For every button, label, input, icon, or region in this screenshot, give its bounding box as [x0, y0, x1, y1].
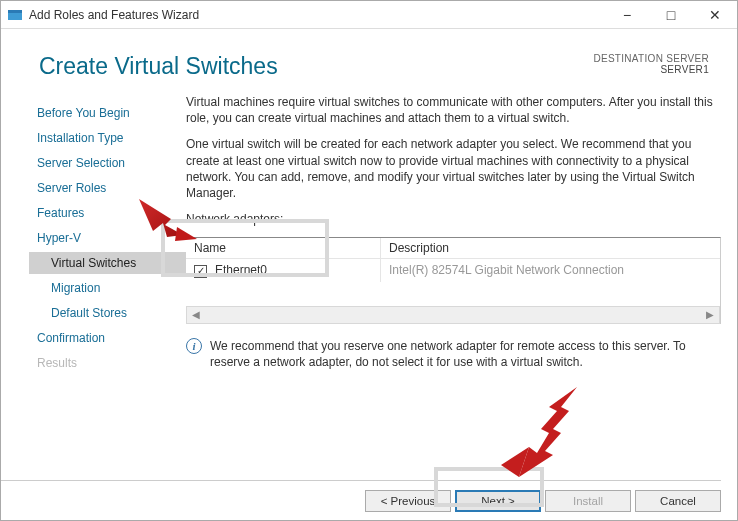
annotation-arrow-2: [499, 381, 599, 481]
nav-item-migration[interactable]: Migration: [29, 277, 186, 299]
info-icon: i: [186, 338, 202, 354]
svg-marker-5: [501, 447, 529, 477]
adapter-description: Intel(R) 82574L Gigabit Network Connecti…: [381, 259, 720, 281]
adapter-checkbox[interactable]: ✓: [194, 265, 207, 278]
main: Before You BeginInstallation TypeServer …: [1, 94, 737, 380]
col-header-name[interactable]: Name: [186, 238, 381, 258]
svg-rect-1: [8, 10, 22, 13]
adapter-name: Ethernet0: [215, 263, 267, 277]
footer: < Previous Next > Install Cancel: [365, 490, 721, 512]
header: Create Virtual Switches DESTINATION SERV…: [1, 29, 737, 94]
scroll-left-icon[interactable]: ◀: [187, 307, 205, 323]
page-title: Create Virtual Switches: [39, 53, 593, 80]
destination-server: DESTINATION SERVER SERVER1: [593, 53, 709, 80]
content: Virtual machines require virtual switche…: [186, 94, 737, 380]
nav-item-server-selection[interactable]: Server Selection: [29, 152, 186, 174]
destination-value: SERVER1: [593, 64, 709, 75]
footer-divider: [0, 480, 721, 481]
nav-item-default-stores[interactable]: Default Stores: [29, 302, 186, 324]
adapters-table: Name Description ✓Ethernet0 Intel(R) 825…: [186, 237, 721, 323]
info-note: i We recommend that you reserve one netw…: [186, 338, 721, 380]
nav-item-confirmation[interactable]: Confirmation: [29, 327, 186, 349]
wizard-nav: Before You BeginInstallation TypeServer …: [1, 94, 186, 380]
nav-item-virtual-switches[interactable]: Virtual Switches: [29, 252, 186, 274]
col-header-description[interactable]: Description: [381, 238, 720, 258]
next-button[interactable]: Next >: [455, 490, 541, 512]
minimize-button[interactable]: −: [605, 1, 649, 29]
window-icon: [7, 7, 23, 23]
close-button[interactable]: ✕: [693, 1, 737, 29]
nav-item-features[interactable]: Features: [29, 202, 186, 224]
scroll-right-icon[interactable]: ▶: [701, 307, 719, 323]
info-text: We recommend that you reserve one networ…: [210, 338, 721, 370]
previous-button[interactable]: < Previous: [365, 490, 451, 512]
svg-marker-4: [519, 387, 577, 477]
destination-label: DESTINATION SERVER: [593, 53, 709, 64]
adapter-name-cell: ✓Ethernet0: [186, 259, 381, 281]
titlebar: Add Roles and Features Wizard − □ ✕: [1, 1, 737, 29]
nav-item-server-roles[interactable]: Server Roles: [29, 177, 186, 199]
nav-item-results: Results: [29, 352, 186, 374]
nav-item-before-you-begin[interactable]: Before You Begin: [29, 102, 186, 124]
table-header: Name Description: [186, 238, 720, 259]
intro-text-1: Virtual machines require virtual switche…: [186, 94, 721, 126]
table-row[interactable]: ✓Ethernet0 Intel(R) 82574L Gigabit Netwo…: [186, 259, 720, 281]
nav-item-installation-type[interactable]: Installation Type: [29, 127, 186, 149]
install-button[interactable]: Install: [545, 490, 631, 512]
adapters-label: Network adapters:: [186, 211, 721, 227]
maximize-button[interactable]: □: [649, 1, 693, 29]
window-controls: − □ ✕: [605, 1, 737, 29]
horizontal-scrollbar[interactable]: ◀ ▶: [186, 306, 720, 324]
intro-text-2: One virtual switch will be created for e…: [186, 136, 721, 201]
window-title: Add Roles and Features Wizard: [29, 8, 605, 22]
nav-item-hyper-v[interactable]: Hyper-V: [29, 227, 186, 249]
cancel-button[interactable]: Cancel: [635, 490, 721, 512]
